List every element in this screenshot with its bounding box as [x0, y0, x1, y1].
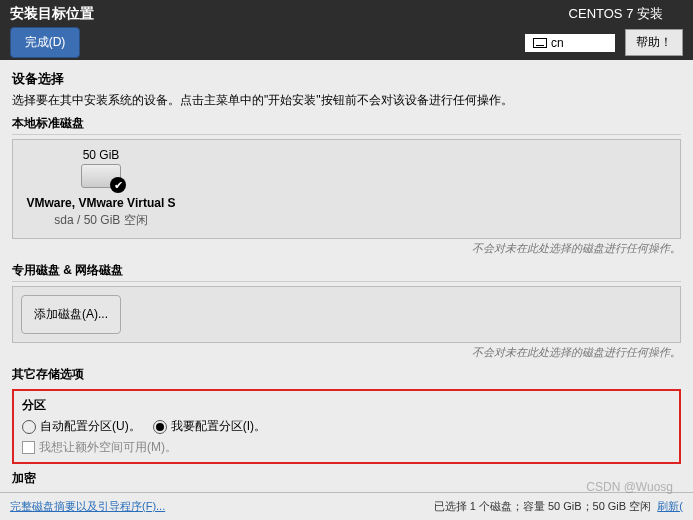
page-title: 安装目标位置	[10, 5, 94, 23]
local-disk-head: 本地标准磁盘	[12, 115, 681, 135]
header-controls: cn 帮助！	[525, 29, 683, 56]
header-right: CENTOS 7 安装 cn 帮助！	[525, 5, 683, 55]
special-disk-hint: 不会对未在此处选择的磁盘进行任何操作。	[12, 345, 681, 360]
disk-sub: sda / 50 GiB 空闲	[54, 212, 147, 229]
radio-manual-label: 我要配置分区(I)。	[171, 418, 266, 435]
radio-icon	[22, 420, 36, 434]
add-disk-label: 添加磁盘(A)...	[34, 306, 108, 323]
radio-manual-partition[interactable]: 我要配置分区(I)。	[153, 418, 266, 435]
local-disk-hint: 不会对未在此处选择的磁盘进行任何操作。	[12, 241, 681, 256]
disk-item[interactable]: 50 GiB ✔ VMware, VMware Virtual S sda / …	[21, 148, 181, 229]
special-disk-head: 专用磁盘 & 网络磁盘	[12, 262, 681, 282]
encrypt-head: 加密	[12, 470, 681, 487]
bottom-bar: 完整磁盘摘要以及引导程序(F)... 已选择 1 个磁盘；容量 50 GiB；5…	[0, 492, 693, 520]
keyboard-icon	[533, 38, 547, 48]
checkbox-extra-label: 我想让额外空间可用(M)。	[39, 439, 177, 456]
radio-auto-label: 自动配置分区(U)。	[40, 418, 141, 435]
disk-name: VMware, VMware Virtual S	[26, 196, 175, 210]
partition-head: 分区	[22, 397, 671, 414]
refresh-link[interactable]: 刷新(	[657, 500, 683, 512]
add-disk-button[interactable]: 添加磁盘(A)...	[21, 295, 121, 334]
other-opts-head: 其它存储选项	[12, 366, 681, 385]
special-disk-panel: 添加磁盘(A)...	[12, 286, 681, 343]
radio-auto-partition[interactable]: 自动配置分区(U)。	[22, 418, 141, 435]
done-button[interactable]: 完成(D)	[10, 27, 80, 58]
header-left: 安装目标位置 完成(D)	[10, 5, 94, 55]
checkbox-extra-space[interactable]: 我想让额外空间可用(M)。	[22, 439, 671, 456]
checkbox-icon	[22, 441, 35, 454]
hard-drive-icon: ✔	[81, 164, 121, 188]
installer-title: CENTOS 7 安装	[569, 5, 663, 23]
disk-size: 50 GiB	[83, 148, 120, 162]
lang-code: cn	[551, 36, 564, 50]
device-select-desc: 选择要在其中安装系统的设备。点击主菜单中的"开始安装"按钮前不会对该设备进行任何…	[12, 92, 681, 109]
partition-radio-row: 自动配置分区(U)。 我要配置分区(I)。	[22, 418, 671, 435]
local-disk-panel: 50 GiB ✔ VMware, VMware Virtual S sda / …	[12, 139, 681, 239]
keyboard-layout-selector[interactable]: cn	[525, 34, 615, 52]
status-text: 已选择 1 个磁盘；容量 50 GiB；50 GiB 空闲	[434, 500, 652, 512]
partition-options-box: 分区 自动配置分区(U)。 我要配置分区(I)。 我想让额外空间可用(M)。	[12, 389, 681, 464]
device-select-head: 设备选择	[12, 70, 681, 88]
help-button[interactable]: 帮助！	[625, 29, 683, 56]
header-bar: 安装目标位置 完成(D) CENTOS 7 安装 cn 帮助！	[0, 0, 693, 60]
radio-icon-selected	[153, 420, 167, 434]
disk-summary-link[interactable]: 完整磁盘摘要以及引导程序(F)...	[10, 499, 165, 514]
content-area: 设备选择 选择要在其中安装系统的设备。点击主菜单中的"开始安装"按钮前不会对该设…	[0, 60, 693, 492]
check-icon: ✔	[110, 177, 126, 193]
status-right: 已选择 1 个磁盘；容量 50 GiB；50 GiB 空闲 刷新(	[434, 499, 683, 514]
